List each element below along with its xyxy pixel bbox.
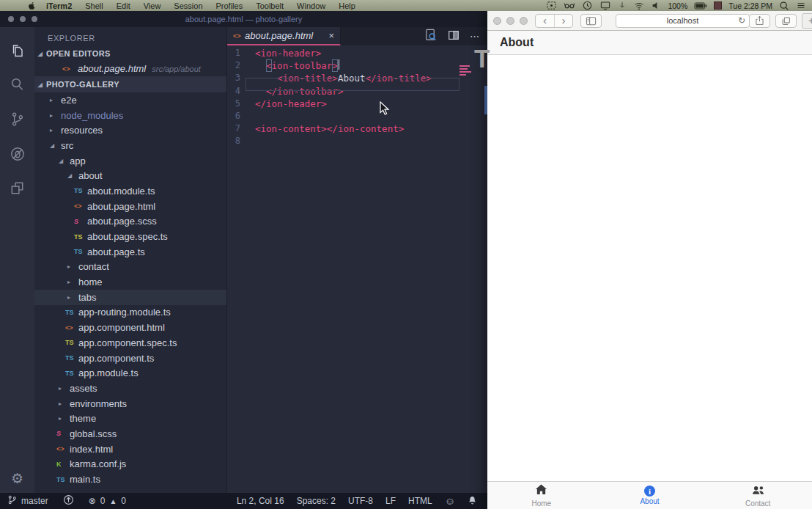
- warnings-icon[interactable]: ▲: [109, 497, 117, 505]
- code-line-3[interactable]: 3 <ion-title>About</ion-title>: [227, 72, 487, 84]
- open-preview-search-icon[interactable]: [424, 28, 438, 45]
- status-language-mode[interactable]: HTML: [408, 496, 432, 506]
- errors-icon[interactable]: ⊗: [89, 496, 96, 506]
- settings-gear-icon[interactable]: ⚙: [11, 472, 23, 486]
- menu-session[interactable]: Session: [174, 1, 202, 10]
- code-line-4[interactable]: 4 </ion-toolbar>: [227, 85, 487, 98]
- time-machine-icon[interactable]: [582, 0, 593, 11]
- publish-sync-icon[interactable]: [63, 494, 74, 508]
- glasses-icon[interactable]: [564, 0, 575, 11]
- menu-edit[interactable]: Edit: [117, 1, 130, 10]
- split-editor-icon[interactable]: [447, 29, 460, 45]
- file-about-page-html[interactable]: <>about.page.html: [34, 199, 226, 214]
- file-app-component-ts[interactable]: TSapp.component.ts: [34, 351, 226, 366]
- folder-tabs[interactable]: ▸tabs: [34, 290, 226, 305]
- file-about-page-spec-ts[interactable]: TSabout.page.spec.ts: [34, 229, 226, 244]
- download-arrow-icon[interactable]: [618, 0, 627, 11]
- file-about-module-ts[interactable]: TSabout.module.ts: [34, 183, 226, 199]
- code-line-2[interactable]: 2 <ion-toolbar>: [227, 59, 487, 72]
- file-main-ts[interactable]: TSmain.ts: [34, 472, 226, 487]
- feedback-smiley-icon[interactable]: ☺: [445, 495, 455, 507]
- menu-bar-app-icon[interactable]: [714, 1, 722, 10]
- errors-count[interactable]: 0: [100, 496, 106, 506]
- activity-source-control-icon[interactable]: [0, 102, 34, 136]
- screen-record-icon[interactable]: [546, 0, 557, 11]
- menu-iterm2[interactable]: iTerm2: [46, 1, 72, 10]
- folder-theme[interactable]: ▸theme: [34, 411, 226, 426]
- menu-toolbelt[interactable]: Toolbelt: [256, 1, 284, 10]
- tree-item-label: app.module.ts: [78, 367, 139, 378]
- apple-menu-icon[interactable]: [28, 1, 36, 10]
- activity-search-icon[interactable]: [0, 67, 34, 102]
- file-app-component-html[interactable]: <>app.component.html: [34, 320, 226, 335]
- open-editor-item[interactable]: <> about.page.html src/app/about: [34, 61, 226, 76]
- menu-window[interactable]: Window: [297, 1, 325, 10]
- wifi-icon[interactable]: [633, 1, 645, 11]
- git-branch-name[interactable]: master: [21, 496, 48, 506]
- file-karma-conf-js[interactable]: Kkarma.conf.js: [34, 457, 226, 472]
- new-tab-button[interactable]: +: [802, 13, 812, 29]
- project-root-header[interactable]: ◢ PHOTO-GALLERY: [34, 76, 226, 92]
- tab-home[interactable]: Home: [487, 482, 596, 509]
- menu-help[interactable]: Help: [339, 1, 355, 10]
- tab-overview-button[interactable]: [775, 14, 797, 28]
- status-cursor-position[interactable]: Ln 2, Col 16: [237, 496, 284, 506]
- menu-shell[interactable]: Shell: [85, 1, 103, 10]
- minimap[interactable]: [459, 65, 476, 77]
- browser-traffic-lights[interactable]: [493, 17, 528, 25]
- more-actions-icon[interactable]: ⋯: [470, 31, 480, 42]
- status-indentation[interactable]: Spaces: 2: [297, 496, 336, 506]
- folder-environments[interactable]: ▸environments: [34, 396, 226, 411]
- folder-app[interactable]: ◢app: [34, 153, 226, 169]
- folder-contact[interactable]: ▸contact: [34, 260, 226, 275]
- code-line-6[interactable]: 6: [227, 110, 487, 122]
- folder-about[interactable]: ◢about: [34, 168, 226, 183]
- display-icon[interactable]: [599, 0, 611, 11]
- folder-src[interactable]: ◢src: [34, 138, 226, 153]
- back-button[interactable]: ‹: [536, 15, 554, 27]
- activity-debug-icon[interactable]: [0, 136, 34, 171]
- folder-resources[interactable]: ▸resources: [34, 122, 226, 138]
- open-editors-header[interactable]: ◢ OPEN EDITORS: [34, 46, 226, 61]
- code-editor[interactable]: 1<ion-header>2 <ion-toolbar>3 <ion-title…: [227, 45, 487, 493]
- share-button[interactable]: [749, 14, 770, 28]
- status-eol[interactable]: LF: [385, 496, 396, 506]
- code-line-5[interactable]: 5</ion-header>: [227, 98, 487, 110]
- code-line-8[interactable]: 8: [227, 135, 487, 147]
- activity-extensions-icon[interactable]: [0, 171, 34, 205]
- menu-bar-clock[interactable]: Tue 2:28 PM: [728, 1, 772, 10]
- activity-files-icon[interactable]: [0, 33, 34, 67]
- address-bar[interactable]: localhost ↻: [616, 14, 750, 28]
- folder-node-modules[interactable]: ▸node_modules: [34, 108, 226, 123]
- warnings-count[interactable]: 0: [121, 496, 126, 506]
- file-about-page-ts[interactable]: TSabout.page.ts: [34, 244, 226, 260]
- vscode-traffic-lights[interactable]: [8, 16, 37, 22]
- folder-assets[interactable]: ▸assets: [34, 381, 226, 396]
- file-global-scss[interactable]: Sglobal.scss: [34, 426, 226, 442]
- folder-e2e[interactable]: ▸e2e: [34, 92, 226, 108]
- file-app-component-spec-ts[interactable]: TSapp.component.spec.ts: [34, 335, 226, 351]
- editor-tab-about-page-html[interactable]: <> about.page.html ×: [227, 27, 341, 45]
- tab-close-icon[interactable]: ×: [328, 31, 334, 40]
- battery-percentage[interactable]: 100%: [668, 1, 687, 10]
- battery-icon[interactable]: [694, 1, 707, 10]
- menu-profiles[interactable]: Profiles: [216, 1, 243, 10]
- file-app-routing-module-ts[interactable]: TSapp-routing.module.ts: [34, 305, 226, 321]
- status-encoding[interactable]: UTF-8: [348, 496, 373, 506]
- file-app-module-ts[interactable]: TSapp.module.ts: [34, 365, 226, 381]
- file-index-html[interactable]: <>index.html: [34, 442, 226, 457]
- sidebar-toggle-button[interactable]: [580, 14, 602, 28]
- notifications-bell-icon[interactable]: [468, 495, 477, 508]
- spotlight-icon[interactable]: [779, 1, 789, 11]
- code-line-7[interactable]: 7<ion-content></ion-content>: [227, 122, 487, 135]
- tab-about[interactable]: iAbout: [596, 482, 704, 509]
- tab-contact[interactable]: Contact: [704, 482, 812, 509]
- volume-icon[interactable]: [652, 1, 661, 10]
- folder-home[interactable]: ▸home: [34, 274, 226, 290]
- notification-center-icon[interactable]: [796, 1, 806, 10]
- forward-button[interactable]: ›: [554, 15, 572, 27]
- file-about-page-scss[interactable]: Sabout.page.scss: [34, 214, 226, 230]
- menu-view[interactable]: View: [144, 1, 161, 10]
- code-line-1[interactable]: 1<ion-header>: [227, 47, 487, 59]
- reload-icon[interactable]: ↻: [738, 16, 745, 25]
